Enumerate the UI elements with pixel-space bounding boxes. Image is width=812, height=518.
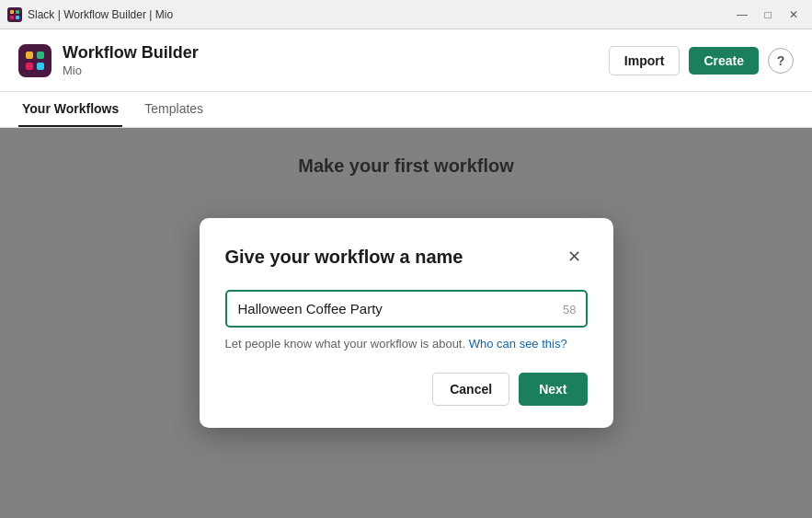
modal-dialog: Give your workflow a name ✕ 58 Let peopl… [200, 218, 613, 428]
import-button[interactable]: Import [609, 46, 680, 75]
titlebar-text: Slack | Workflow Builder | Mio [28, 8, 173, 21]
svg-rect-2 [16, 10, 19, 14]
brand: Workflow Builder Mio [18, 43, 199, 77]
svg-rect-3 [10, 16, 14, 19]
titlebar: Slack | Workflow Builder | Mio — □ ✕ [0, 0, 812, 29]
next-button[interactable]: Next [519, 373, 587, 406]
modal-overlay: Give your workflow a name ✕ 58 Let peopl… [0, 128, 812, 518]
create-button[interactable]: Create [689, 47, 759, 75]
nav-tabs: Your Workflows Templates [0, 92, 812, 128]
modal-close-button[interactable]: ✕ [562, 244, 588, 270]
brand-name: Workflow Builder [63, 43, 199, 63]
modal-header: Give your workflow a name ✕ [225, 244, 588, 270]
svg-rect-6 [37, 52, 44, 59]
workflow-name-wrapper: 58 [225, 290, 588, 328]
titlebar-controls: — □ ✕ [731, 4, 805, 26]
input-hint: Let people know what your workflow is ab… [225, 337, 588, 351]
svg-rect-4 [16, 16, 19, 19]
header-actions: Import Create ? [609, 46, 794, 75]
hint-text: Let people know what your workflow is ab… [225, 337, 466, 351]
app-header: Workflow Builder Mio Import Create ? [0, 29, 812, 92]
cancel-button[interactable]: Cancel [432, 373, 509, 406]
maximize-button[interactable]: □ [757, 4, 779, 26]
modal-footer: Cancel Next [225, 373, 588, 406]
workflow-name-input[interactable] [225, 290, 588, 328]
brand-sub: Mio [63, 63, 199, 77]
tab-your-workflows[interactable]: Your Workflows [18, 92, 122, 127]
svg-rect-8 [37, 63, 44, 70]
minimize-button[interactable]: — [731, 4, 753, 26]
modal-title: Give your workflow a name [225, 247, 463, 268]
who-can-see-link[interactable]: Who can see this? [469, 337, 567, 351]
svg-rect-0 [7, 7, 22, 22]
titlebar-title: Slack | Workflow Builder | Mio [7, 7, 173, 22]
main-content: Make your first workflow Give your workf… [0, 128, 812, 518]
svg-rect-1 [10, 10, 14, 14]
char-count: 58 [563, 302, 576, 316]
brand-text: Workflow Builder Mio [63, 43, 199, 77]
close-button[interactable]: ✕ [783, 4, 805, 26]
brand-logo [18, 44, 51, 77]
svg-rect-5 [26, 52, 33, 59]
app-icon [7, 7, 22, 22]
tab-templates[interactable]: Templates [141, 92, 207, 127]
close-icon: ✕ [567, 247, 581, 267]
help-button[interactable]: ? [768, 48, 794, 74]
slack-logo-icon [25, 51, 45, 71]
svg-rect-7 [26, 63, 33, 70]
